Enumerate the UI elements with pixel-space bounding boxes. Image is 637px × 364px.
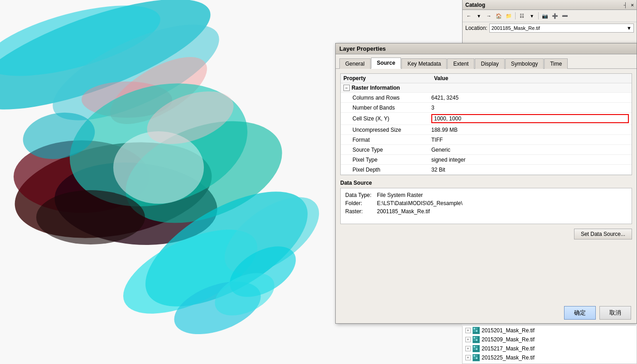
tree-expand-icon[interactable]: + — [465, 346, 471, 351]
folder-button[interactable]: 📁 — [504, 11, 513, 20]
list-item[interactable]: + 2015217_Mask_Re.tif — [463, 344, 637, 353]
home-button[interactable]: 🏠 — [494, 11, 503, 20]
svg-rect-33 — [476, 346, 478, 348]
catalog-close-button[interactable]: × — [631, 2, 634, 8]
row-property: Number of Bands — [352, 105, 431, 111]
location-input[interactable]: 2001185_Mask_Re.tif ▼ — [489, 24, 634, 33]
tab-symbology[interactable]: Symbology — [505, 58, 544, 69]
back-dropdown-button[interactable]: ▼ — [474, 11, 483, 20]
layer-properties-tabs: General Source Key Metadata Extent Displ… — [336, 54, 637, 69]
svg-rect-23 — [476, 328, 478, 330]
data-source-row: Data Type: File System Raster — [345, 192, 627, 198]
catalog-title: Catalog — [465, 2, 485, 8]
catalog-toolbar: ← ▼ → 🏠 📁 ☷ ▼ 📷 ➕ ➖ — [463, 10, 637, 22]
row-value: Generic — [431, 147, 629, 153]
ds-key-raster: Raster: — [345, 208, 377, 215]
svg-rect-32 — [473, 346, 475, 348]
row-property: Uncompressed Size — [352, 127, 431, 133]
row-value: 188.99 MB — [431, 127, 629, 133]
svg-rect-37 — [473, 355, 475, 357]
cancel-button[interactable]: 取消 — [599, 306, 631, 320]
row-value: 6421, 3245 — [431, 95, 629, 101]
tree-expand-icon[interactable]: + — [465, 337, 471, 342]
list-item[interactable]: + 2015225_Mask_Re.tif — [463, 353, 637, 362]
confirm-button[interactable]: 确定 — [564, 306, 596, 320]
collapse-button[interactable]: ➖ — [560, 11, 569, 20]
tree-item-label: 2015209_Mask_Re.tif — [482, 336, 535, 343]
expand-raster-info-icon[interactable]: − — [343, 85, 350, 91]
svg-rect-38 — [476, 355, 478, 357]
row-property: Columns and Rows — [352, 95, 431, 101]
back-button[interactable]: ← — [464, 11, 473, 20]
layer-properties-titlebar: Layer Properties — [336, 43, 637, 54]
table-row: Source Type Generic — [341, 145, 632, 155]
ds-key-datatype: Data Type: — [345, 192, 377, 198]
svg-rect-35 — [476, 348, 478, 350]
table-row: Pixel Depth 32 Bit — [341, 165, 632, 175]
catalog-tree: + 2015201_Mask_Re.tif + 2015209_Mask_Re.… — [462, 326, 637, 364]
tree-expand-icon[interactable]: + — [465, 328, 471, 333]
table-row: Columns and Rows 6421, 3245 — [341, 93, 632, 103]
grid-button[interactable]: ☷ — [517, 11, 526, 20]
tab-extent[interactable]: Extent — [447, 58, 474, 69]
svg-rect-28 — [476, 337, 478, 339]
svg-rect-39 — [473, 357, 475, 359]
grid-dropdown-button[interactable]: ▼ — [527, 11, 536, 20]
table-row: Pixel Type signed integer — [341, 155, 632, 165]
tab-time[interactable]: Time — [544, 58, 568, 69]
svg-rect-29 — [473, 339, 475, 341]
set-data-source-container: Set Data Source... — [340, 229, 632, 239]
tree-expand-icon[interactable]: + — [465, 355, 471, 360]
raster-file-icon — [473, 345, 480, 352]
catalog-panel: Catalog ┤ × ← ▼ → 🏠 📁 ☷ ▼ 📷 ➕ ➖ Location… — [462, 0, 637, 45]
expand-button[interactable]: ➕ — [550, 11, 560, 20]
row-value: 3 — [431, 105, 629, 111]
tab-source[interactable]: Source — [371, 57, 401, 69]
table-row: Format TIFF — [341, 135, 632, 145]
toolbar-separator-2 — [538, 12, 539, 19]
row-value: TIFF — [431, 137, 629, 143]
layer-properties-content: Property Value − Raster Information Colu… — [336, 69, 637, 312]
camera-button[interactable]: 📷 — [540, 11, 550, 20]
raster-info-group-label: Raster Information — [352, 85, 400, 91]
data-source-section: Data Source Data Type: File System Raste… — [340, 180, 632, 224]
catalog-pin-button[interactable]: ┤ — [624, 2, 627, 8]
raster-file-icon — [473, 354, 480, 361]
property-column-header: Property — [343, 75, 434, 81]
row-property: Source Type — [352, 147, 431, 153]
data-source-row: Folder: E:\LST\Data\MODIS\05_Resample\ — [345, 200, 627, 206]
data-source-label: Data Source — [340, 180, 632, 186]
layer-properties-title: Layer Properties — [339, 45, 386, 52]
tab-general[interactable]: General — [339, 58, 371, 69]
tab-display[interactable]: Display — [475, 58, 504, 69]
svg-rect-24 — [473, 330, 475, 332]
set-data-source-button[interactable]: Set Data Source... — [574, 229, 632, 239]
forward-button[interactable]: → — [484, 11, 493, 20]
value-column-header: Value — [434, 75, 629, 81]
svg-rect-27 — [473, 337, 475, 339]
row-property: Pixel Type — [352, 157, 431, 163]
raster-file-icon — [473, 336, 480, 343]
list-item[interactable]: + 2015201_Mask_Re.tif — [463, 326, 637, 335]
ds-val-raster: 2001185_Mask_Re.tif — [377, 208, 430, 215]
row-property: Cell Size (X, Y) — [352, 115, 431, 122]
row-value-cell-size: 1000, 1000 — [431, 114, 629, 123]
ds-val-datatype: File System Raster — [377, 192, 423, 198]
raster-file-icon — [473, 327, 480, 334]
table-row-cell-size: Cell Size (X, Y) 1000, 1000 — [341, 113, 632, 125]
table-row: Uncompressed Size 188.99 MB — [341, 125, 632, 135]
location-value: 2001185_Mask_Re.tif — [492, 25, 540, 31]
row-property: Format — [352, 137, 431, 143]
list-item[interactable]: + 2015209_Mask_Re.tif — [463, 335, 637, 344]
tab-key-metadata[interactable]: Key Metadata — [401, 58, 447, 69]
data-source-row: Raster: 2001185_Mask_Re.tif — [345, 208, 627, 215]
raster-info-group-row: − Raster Information — [341, 83, 632, 93]
table-row: Number of Bands 3 — [341, 103, 632, 113]
svg-rect-40 — [476, 357, 478, 359]
svg-point-17 — [36, 190, 145, 244]
row-property: Pixel Depth — [352, 167, 431, 173]
tree-item-label: 2015225_Mask_Re.tif — [482, 354, 535, 361]
ds-key-folder: Folder: — [345, 200, 377, 206]
location-label: Location: — [465, 25, 487, 31]
raster-info-table-header: Property Value — [341, 74, 632, 83]
